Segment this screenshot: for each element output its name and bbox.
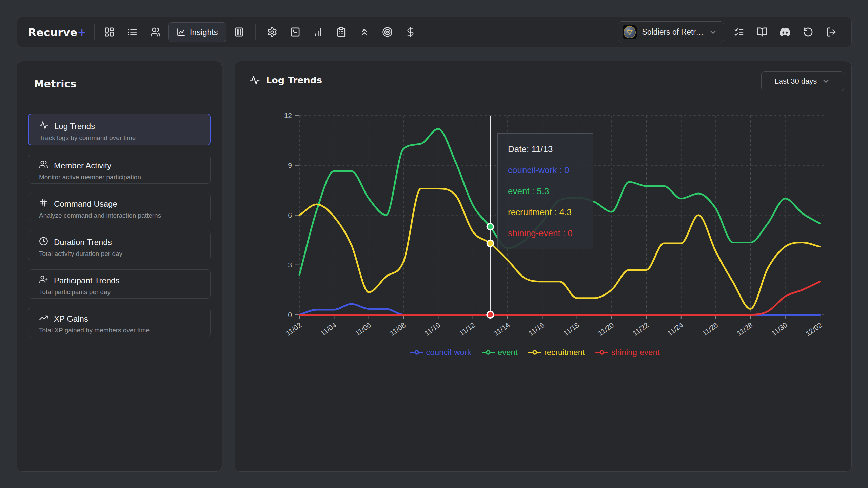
svg-text:12/02: 12/02: [804, 321, 823, 338]
chevrons-up-icon[interactable]: [353, 22, 376, 43]
sidebar-item-log-trends[interactable]: Log TrendsTrack logs by command over tim…: [28, 114, 211, 145]
chart-legend: council-work event recruitment shining-e…: [235, 348, 852, 357]
clock-icon: [39, 237, 48, 248]
svg-text:9: 9: [288, 161, 292, 169]
svg-text:11/22: 11/22: [631, 321, 650, 337]
svg-text:0: 0: [288, 311, 292, 319]
bar-chart-icon[interactable]: [307, 22, 330, 43]
svg-text:6: 6: [288, 211, 292, 219]
sidebar-item-title: XP Gains: [54, 314, 88, 324]
dollar-sign-icon[interactable]: [399, 22, 422, 43]
legend-label: council-work: [426, 348, 471, 357]
sidebar-item-title: Duration Trends: [54, 238, 112, 247]
nav-icon-group-mid: [228, 22, 251, 43]
legend-item-recruitment[interactable]: recruitment: [528, 348, 585, 357]
svg-text:11/10: 11/10: [423, 321, 442, 337]
legend-label: recruitment: [544, 348, 585, 357]
svg-text:11/18: 11/18: [562, 321, 580, 337]
metrics-menu: Log TrendsTrack logs by command over tim…: [28, 114, 211, 337]
chart-line-icon: [177, 28, 185, 37]
sidebar-item-title: Participant Trends: [54, 276, 119, 285]
sidebar-item-participant-trends[interactable]: Participant TrendsTotal participants per…: [28, 269, 211, 299]
svg-text:11/08: 11/08: [388, 321, 407, 337]
sidebar-item-command-usage[interactable]: Command UsageAnalyze command and interac…: [28, 193, 211, 222]
server-avatar: [623, 25, 637, 39]
svg-text:11/02: 11/02: [284, 321, 303, 337]
svg-text:11/04: 11/04: [319, 321, 338, 337]
sidebar-item-title: Member Activity: [54, 161, 111, 170]
activity-icon: [39, 121, 48, 132]
sidebar-item-member-activity[interactable]: Member ActivityMonitor active member par…: [28, 155, 211, 184]
hash-icon: [39, 198, 48, 209]
sidebar-item-duration-trends[interactable]: Duration TrendsTotal activity duration p…: [28, 231, 211, 260]
utility-icon-group: [727, 22, 843, 43]
svg-text:11/28: 11/28: [735, 321, 754, 337]
layout-dashboard-icon[interactable]: [98, 22, 121, 43]
sidebar-item-subtitle: Total participants per day: [39, 288, 203, 296]
sidebar-item-subtitle: Monitor active member participation: [39, 174, 203, 181]
svg-text:11/24: 11/24: [666, 321, 685, 337]
svg-text:11/12: 11/12: [458, 321, 476, 337]
legend-item-shining-event[interactable]: shining-event: [595, 348, 660, 357]
sidebar-item-xp-gains[interactable]: XP GainsTotal XP gained by members over …: [28, 308, 211, 337]
users-icon[interactable]: [144, 22, 167, 43]
book-open-icon[interactable]: [750, 22, 773, 43]
svg-text:3: 3: [288, 261, 292, 269]
svg-text:11/06: 11/06: [354, 321, 372, 337]
sidebar-item-title: Log Trends: [54, 122, 95, 131]
sidebar-item-subtitle: Total activity duration per day: [39, 250, 203, 258]
server-name: Soldiers of Retr…: [642, 27, 704, 37]
users-icon: [39, 160, 48, 171]
history-icon[interactable]: [796, 22, 820, 43]
svg-text:11/20: 11/20: [596, 321, 615, 337]
chevron-down-icon: [709, 28, 717, 37]
tooltip-row-shining-event: shining-event : 0: [508, 228, 593, 239]
legend-label: shining-event: [611, 348, 660, 357]
svg-text:12: 12: [284, 111, 292, 119]
legend-item-event[interactable]: event: [481, 348, 518, 357]
library-icon[interactable]: [228, 22, 251, 43]
sidebar-item-subtitle: Analyze command and interaction patterns: [39, 212, 203, 219]
divider: [94, 24, 95, 40]
settings-icon[interactable]: [261, 22, 284, 43]
line-chart: 03691211/0211/0411/0611/0811/1011/1211/1…: [235, 61, 852, 472]
log-out-icon[interactable]: [820, 22, 843, 43]
log-trends-panel: Log Trends Last 30 days 03691211/0211/04…: [235, 61, 852, 472]
list-icon[interactable]: [121, 22, 144, 43]
svg-text:11/14: 11/14: [492, 321, 511, 337]
tooltip-row-recruitment: recruitment : 4.3: [508, 207, 593, 218]
legend-label: event: [498, 348, 518, 357]
server-selector[interactable]: Soldiers of Retr…: [618, 21, 724, 43]
app-logo: Recurve+: [28, 26, 86, 38]
sidebar-title: Metrics: [34, 78, 211, 90]
chart-tooltip: Date: 11/13 council-work : 0event : 5.3r…: [497, 133, 593, 249]
legend-marker-icon: [410, 350, 423, 355]
terminal-square-icon[interactable]: [284, 22, 307, 43]
discord-icon[interactable]: [773, 22, 796, 43]
user-plus-icon: [39, 275, 48, 286]
trending-up-icon: [39, 313, 48, 324]
legend-marker-icon: [481, 350, 495, 355]
sidebar-item-subtitle: Total XP gained by members over time: [39, 327, 203, 334]
sidebar-item-title: Command Usage: [54, 199, 117, 209]
clipboard-list-icon[interactable]: [330, 22, 353, 43]
tooltip-date: Date: 11/13: [508, 144, 593, 155]
metrics-sidebar: Metrics Log TrendsTrack logs by command …: [17, 61, 222, 472]
top-navigation-bar: Recurve+ Insights Soldiers of Retr…: [17, 17, 852, 47]
sidebar-item-subtitle: Track logs by command over time: [39, 134, 203, 142]
list-checks-icon[interactable]: [727, 22, 750, 43]
tooltip-row-event: event : 5.3: [508, 186, 593, 197]
legend-item-council-work[interactable]: council-work: [410, 348, 471, 357]
svg-text:11/30: 11/30: [770, 321, 789, 337]
legend-marker-icon: [595, 350, 609, 355]
legend-marker-icon: [528, 350, 541, 355]
target-icon[interactable]: [376, 22, 399, 43]
svg-text:11/26: 11/26: [701, 321, 719, 337]
svg-text:11/16: 11/16: [527, 321, 546, 337]
tab-insights[interactable]: Insights: [168, 22, 226, 42]
nav-icon-group-right: [261, 22, 422, 43]
nav-icon-group-left: [98, 22, 167, 43]
tooltip-row-council-work: council-work : 0: [508, 165, 593, 176]
divider: [255, 24, 256, 40]
